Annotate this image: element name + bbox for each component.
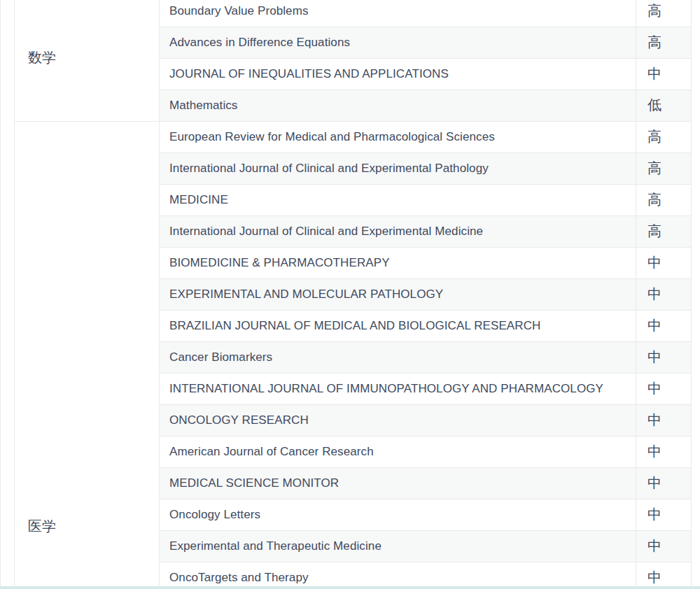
rating-cell: 中 [636, 436, 691, 467]
rating-cell: 高 [636, 184, 691, 215]
journal-name: ONCOLOGY RESEARCH [169, 413, 309, 427]
journal-name-cell: Mathematics [159, 90, 636, 121]
bottom-divider [0, 586, 700, 589]
rating-value: 高 [648, 222, 662, 241]
column-divider [159, 0, 160, 586]
journal-name: BRAZILIAN JOURNAL OF MEDICAL AND BIOLOGI… [169, 319, 540, 333]
journal-name: Advances in Difference Equations [169, 36, 350, 50]
rating-cell: 高 [636, 121, 691, 152]
row-divider [159, 58, 691, 59]
rating-cell: 中 [636, 341, 691, 373]
journal-name-cell: BIOMEDICINE & PHARMACOTHERAPY [159, 247, 636, 278]
row-divider [159, 436, 691, 437]
journal-name-cell: OncoTargets and Therapy [159, 562, 636, 589]
row-divider [159, 215, 691, 216]
rating-cell: 高 [636, 27, 691, 58]
journal-name: Boundary Value Problems [169, 4, 309, 18]
row-divider [159, 310, 691, 311]
category-cell-medicine: 医学 [14, 121, 159, 586]
journal-name: INTERNATIONAL JOURNAL OF IMMUNOPATHOLOGY… [169, 382, 603, 396]
category-cell-math: 数学 [14, 0, 159, 121]
rating-cell: 中 [636, 310, 691, 341]
rating-value: 中 [648, 474, 662, 492]
journal-name-cell: American Journal of Cancer Research [159, 436, 636, 467]
journal-name-cell: Oncology Letters [159, 499, 636, 530]
row-divider [159, 499, 691, 499]
journal-name: Experimental and Therapeutic Medicine [169, 539, 382, 553]
group-divider [14, 121, 159, 122]
row-divider [159, 27, 691, 27]
journal-name: International Journal of Clinical and Ex… [169, 162, 489, 176]
column-divider [636, 0, 636, 586]
rating-cell: 高 [636, 0, 691, 27]
journal-name-cell: International Journal of Clinical and Ex… [159, 215, 636, 247]
journal-name-cell: INTERNATIONAL JOURNAL OF IMMUNOPATHOLOGY… [159, 373, 636, 404]
rating-value: 高 [648, 127, 662, 146]
rating-cell: 中 [636, 247, 691, 278]
journal-name-cell: European Review for Medical and Pharmaco… [159, 121, 636, 152]
rating-value: 中 [648, 253, 662, 272]
row-divider [159, 530, 691, 531]
rating-cell: 高 [636, 215, 691, 247]
rating-value: 中 [648, 442, 662, 461]
journal-name: OncoTargets and Therapy [169, 571, 309, 585]
journal-name-cell: Experimental and Therapeutic Medicine [159, 530, 636, 562]
journal-name-cell: International Journal of Clinical and Ex… [159, 152, 636, 184]
rating-cell: 中 [636, 499, 691, 530]
rating-value: 中 [648, 64, 662, 83]
rating-value: 中 [648, 348, 662, 367]
row-divider [159, 467, 691, 468]
rating-value: 高 [648, 1, 662, 20]
rating-value: 中 [648, 379, 662, 398]
row-divider [159, 152, 691, 153]
journal-name: Oncology Letters [169, 508, 260, 522]
journal-name: European Review for Medical and Pharmaco… [169, 130, 495, 144]
rating-cell: 高 [636, 152, 691, 184]
rating-value: 中 [648, 285, 662, 304]
rating-cell: 中 [636, 58, 691, 90]
journal-name-cell: EXPERIMENTAL AND MOLECULAR PATHOLOGY [159, 278, 636, 310]
rating-value: 中 [648, 537, 662, 555]
rating-value: 中 [648, 411, 662, 430]
journal-name-cell: BRAZILIAN JOURNAL OF MEDICAL AND BIOLOGI… [159, 310, 636, 341]
rating-value: 低 [648, 96, 662, 115]
row-divider [159, 562, 691, 562]
journal-name-cell: Advances in Difference Equations [159, 27, 636, 58]
rating-cell: 低 [636, 90, 691, 121]
journal-name-cell: MEDICAL SCIENCE MONITOR [159, 467, 636, 499]
rating-value: 中 [648, 568, 662, 587]
rating-value: 中 [648, 316, 662, 335]
row-divider [159, 121, 691, 122]
journal-name-cell: Cancer Biomarkers [159, 341, 636, 373]
rating-cell: 中 [636, 467, 691, 499]
journal-name: MEDICINE [169, 193, 228, 207]
journal-name: MEDICAL SCIENCE MONITOR [169, 476, 339, 490]
journal-name: International Journal of Clinical and Ex… [169, 225, 483, 239]
journal-name-cell: MEDICINE [159, 184, 636, 215]
row-divider [159, 404, 691, 405]
journal-rating-page: Boundary Value Problems高Advances in Diff… [0, 0, 700, 589]
rating-cell: 中 [636, 562, 691, 589]
journal-name: JOURNAL OF INEQUALITIES AND APPLICATIONS [169, 67, 449, 81]
category-label: 医学 [28, 518, 56, 534]
rating-cell: 中 [636, 530, 691, 562]
journal-name: Cancer Biomarkers [169, 350, 272, 364]
row-divider [159, 341, 691, 342]
column-divider [14, 0, 15, 586]
rating-value: 中 [648, 505, 662, 524]
rating-cell: 中 [636, 278, 691, 310]
column-divider [691, 0, 692, 586]
journal-name: Mathematics [169, 99, 237, 113]
journal-name-cell: JOURNAL OF INEQUALITIES AND APPLICATIONS [159, 58, 636, 90]
rating-cell: 中 [636, 373, 691, 404]
rating-value: 高 [648, 159, 662, 178]
row-divider [159, 90, 691, 90]
rating-value: 高 [648, 33, 662, 52]
journal-name-cell: Boundary Value Problems [159, 0, 636, 27]
journal-name: American Journal of Cancer Research [169, 445, 374, 459]
category-label: 数学 [28, 49, 56, 66]
rating-value: 高 [648, 190, 662, 209]
rating-cell: 中 [636, 404, 691, 436]
journal-name: EXPERIMENTAL AND MOLECULAR PATHOLOGY [169, 288, 443, 301]
journal-name: BIOMEDICINE & PHARMACOTHERAPY [169, 256, 390, 270]
